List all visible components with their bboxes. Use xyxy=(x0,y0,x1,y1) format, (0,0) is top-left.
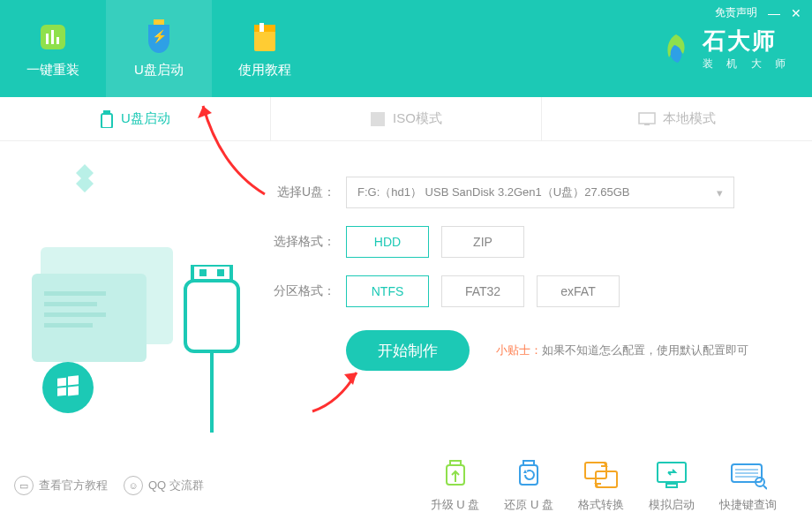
close-button[interactable]: ✕ xyxy=(791,7,801,19)
people-icon: ☺ xyxy=(124,476,143,495)
svg-rect-28 xyxy=(68,386,79,395)
usb-select-value: F:G:（hd1） USB SanDisk 3.2Gen1（U盘）27.65GB xyxy=(357,184,630,200)
format-zip-option[interactable]: ZIP xyxy=(441,226,524,258)
svg-rect-17 xyxy=(44,302,97,306)
fs-ntfs-option[interactable]: NTFS xyxy=(346,275,429,307)
svg-line-42 xyxy=(763,486,767,489)
svg-rect-23 xyxy=(185,281,238,351)
subtabs: U盘启动 ISO模式 本地模式 xyxy=(0,97,812,141)
svg-rect-7 xyxy=(254,25,275,32)
subtab-local[interactable]: 本地模式 xyxy=(542,97,812,140)
tool-simulate[interactable]: 模拟启动 xyxy=(649,458,695,512)
nav-usb-label: U盘启动 xyxy=(134,62,184,79)
logo-title: 石大师 xyxy=(703,26,791,56)
bottom-bar: ▭ 查看官方教程 ☺ QQ 交流群 升级 U 盘 还原 U 盘 格式转换 模拟启… xyxy=(0,459,812,512)
tool-restore[interactable]: 还原 U 盘 xyxy=(504,458,553,512)
usb-select[interactable]: F:G:（hd1） USB SanDisk 3.2Gen1（U盘）27.65GB xyxy=(346,177,734,208)
subtab-usb-label: U盘启动 xyxy=(121,110,170,127)
svg-rect-36 xyxy=(666,484,677,487)
svg-rect-3 xyxy=(56,37,59,44)
keyboard-search-icon xyxy=(730,458,767,492)
svg-rect-27 xyxy=(57,388,66,396)
form-area: 选择U盘： F:G:（hd1） USB SanDisk 3.2Gen1（U盘）2… xyxy=(265,141,812,459)
svg-rect-15 xyxy=(32,274,147,362)
tip-label: 小贴士： xyxy=(496,343,542,357)
svg-rect-11 xyxy=(371,112,385,126)
svg-rect-22 xyxy=(217,269,224,276)
subtab-iso[interactable]: ISO模式 xyxy=(271,97,542,140)
usb-shield-icon: ⚡ xyxy=(141,19,177,55)
svg-rect-13 xyxy=(644,124,650,125)
book-open-icon: ▭ xyxy=(14,476,34,495)
svg-rect-25 xyxy=(57,378,66,387)
logo-icon xyxy=(658,31,694,66)
minimize-button[interactable]: — xyxy=(768,7,780,19)
simulate-icon xyxy=(653,458,690,492)
subtab-local-label: 本地模式 xyxy=(663,110,716,127)
svg-rect-1 xyxy=(46,34,49,44)
official-tutorial-link[interactable]: ▭ 查看官方教程 xyxy=(14,476,108,495)
svg-text:⚡: ⚡ xyxy=(152,29,168,44)
windows-badge-icon xyxy=(42,362,94,413)
svg-rect-18 xyxy=(44,312,106,317)
iso-icon xyxy=(370,111,386,127)
format-hdd-option[interactable]: HDD xyxy=(346,226,429,258)
select-usb-label: 选择U盘： xyxy=(265,184,335,200)
monitor-icon xyxy=(638,112,656,126)
nav-tutorial-label: 使用教程 xyxy=(238,62,291,79)
nav-reinstall[interactable]: 一键重装 xyxy=(0,0,106,97)
illustration xyxy=(0,141,265,459)
svg-rect-8 xyxy=(259,23,264,32)
logo-subtitle: 装 机 大 师 xyxy=(703,56,791,72)
window-controls: 免责声明 — ✕ xyxy=(715,5,801,20)
svg-rect-2 xyxy=(51,30,54,44)
start-button[interactable]: 开始制作 xyxy=(346,330,470,371)
subtab-usb[interactable]: U盘启动 xyxy=(0,97,271,140)
upgrade-usb-icon xyxy=(437,458,474,492)
svg-rect-16 xyxy=(44,291,106,296)
content-area: 选择U盘： F:G:（hd1） USB SanDisk 3.2Gen1（U盘）2… xyxy=(0,141,812,459)
book-icon xyxy=(247,19,282,55)
fs-fat32-option[interactable]: FAT32 xyxy=(441,275,524,307)
svg-rect-20 xyxy=(192,265,231,281)
fs-exfat-option[interactable]: exFAT xyxy=(537,275,620,307)
convert-icon xyxy=(583,458,620,492)
svg-rect-10 xyxy=(102,114,112,128)
nav-usb-boot[interactable]: ⚡ U盘启动 xyxy=(106,0,212,97)
tool-shortcuts[interactable]: 快捷键查询 xyxy=(719,458,777,512)
tip-text: 小贴士：如果不知道怎么配置，使用默认配置即可 xyxy=(496,343,748,358)
svg-rect-26 xyxy=(68,375,79,385)
reinstall-icon xyxy=(35,19,71,55)
restore-usb-icon xyxy=(510,458,547,492)
svg-rect-19 xyxy=(44,323,93,328)
svg-rect-21 xyxy=(199,269,207,276)
usb-drive-icon xyxy=(100,110,114,128)
select-format-label: 选择格式： xyxy=(265,234,335,250)
partition-label: 分区格式： xyxy=(265,283,335,299)
app-header: 一键重装 ⚡ U盘启动 使用教程 石大师 装 机 大 师 免责声明 — ✕ xyxy=(0,0,812,97)
qq-group-link[interactable]: ☺ QQ 交流群 xyxy=(124,476,204,495)
nav-reinstall-label: 一键重装 xyxy=(26,62,79,79)
tool-icons: 升级 U 盘 还原 U 盘 格式转换 模拟启动 快捷键查询 xyxy=(431,458,798,512)
subtab-iso-label: ISO模式 xyxy=(393,110,442,127)
nav-tutorial[interactable]: 使用教程 xyxy=(212,0,318,97)
disclaimer-link[interactable]: 免责声明 xyxy=(715,5,757,20)
svg-rect-4 xyxy=(154,19,164,25)
svg-rect-12 xyxy=(639,113,655,124)
tool-upgrade[interactable]: 升级 U 盘 xyxy=(431,458,480,512)
tool-convert[interactable]: 格式转换 xyxy=(578,458,624,512)
